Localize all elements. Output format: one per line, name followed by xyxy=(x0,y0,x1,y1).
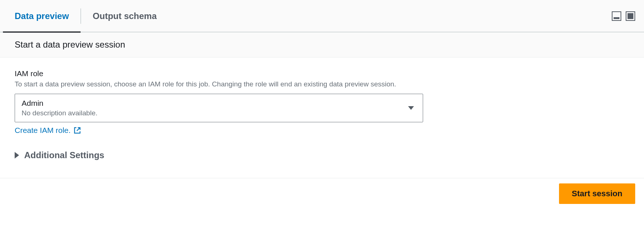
content-area: IAM role To start a data preview session… xyxy=(0,57,644,168)
select-value: Admin xyxy=(22,98,408,108)
iam-role-label: IAM role xyxy=(15,69,629,78)
maximize-panel-icon[interactable] xyxy=(626,11,635,21)
select-content: Admin No description available. xyxy=(22,98,408,118)
minimize-panel-icon[interactable] xyxy=(612,11,621,21)
iam-role-select[interactable]: Admin No description available. xyxy=(15,94,423,122)
start-session-button[interactable]: Start session xyxy=(559,183,635,204)
iam-role-description: To start a data preview session, choose … xyxy=(15,79,629,89)
create-iam-role-link[interactable]: Create IAM role. xyxy=(15,126,71,135)
tab-data-preview[interactable]: Data preview xyxy=(3,0,81,32)
additional-settings-expander[interactable]: Additional Settings xyxy=(15,150,104,160)
button-label: Start session xyxy=(572,189,622,198)
create-iam-role-row: Create IAM role. xyxy=(15,126,629,135)
tab-output-schema[interactable]: Output schema xyxy=(81,0,169,32)
chevron-down-icon xyxy=(408,106,414,110)
tab-label: Output schema xyxy=(93,11,157,21)
section-title: Start a data preview session xyxy=(0,32,644,57)
caret-right-icon xyxy=(15,152,19,159)
select-subtext: No description available. xyxy=(22,108,408,118)
external-link-icon xyxy=(74,127,81,134)
tabs-bar: Data preview Output schema xyxy=(0,0,644,32)
tab-label: Data preview xyxy=(15,11,69,21)
additional-settings-label: Additional Settings xyxy=(24,150,104,160)
footer-actions: Start session xyxy=(0,178,644,213)
window-controls xyxy=(612,11,644,21)
